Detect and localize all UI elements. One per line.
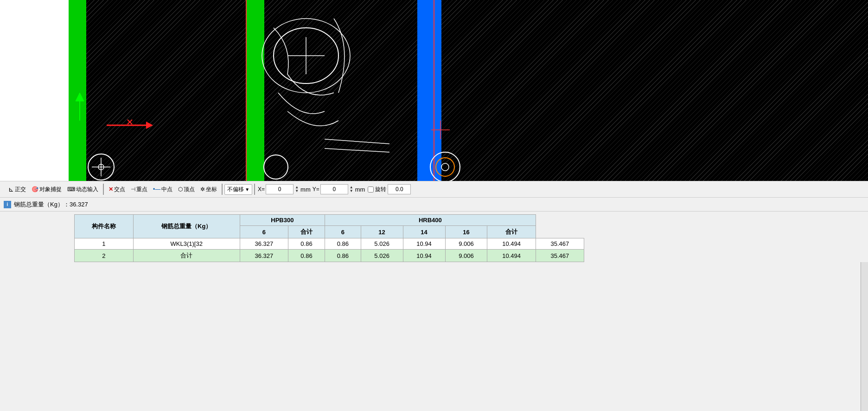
table-container: 构件名称 钢筋总重量（Kg） HPB300 HRB400 6 合计 6 12 1… — [0, 212, 868, 262]
rotate-input[interactable] — [388, 184, 411, 194]
svg-marker-5 — [146, 122, 153, 129]
vertex-label: 顶点 — [184, 186, 195, 193]
separator-1 — [103, 184, 104, 195]
cad-svg-drawing — [0, 0, 868, 181]
y-input[interactable] — [320, 184, 348, 194]
coordinate-button[interactable]: ✲ 坐标 — [198, 184, 220, 195]
col-weight-header: 钢筋总重量（Kg） — [133, 215, 240, 238]
sub-col-hpb300-6: 6 — [240, 226, 288, 238]
object-snap-label: 对象捕捉 — [39, 186, 62, 193]
rotate-checkbox-group: 旋转 — [368, 184, 411, 194]
col-component-header: 构件名称 — [75, 215, 134, 238]
dynamic-input-label: 动态输入 — [76, 186, 98, 193]
snap-icon: 🎯 — [32, 186, 38, 193]
svg-point-18 — [441, 163, 449, 171]
intersection-button[interactable]: ✕ 交点 — [106, 184, 128, 195]
svg-marker-8 — [76, 93, 84, 101]
bottom-area — [0, 262, 868, 411]
svg-point-19 — [436, 158, 454, 176]
orthogonal-label: 正交 — [15, 186, 26, 193]
svg-line-15 — [325, 148, 389, 152]
vertex-button[interactable]: ⬡ 顶点 — [175, 184, 198, 195]
no-shift-dropdown[interactable]: 不偏移 ▼ — [224, 184, 252, 195]
col-hpb300-header: HPB300 — [240, 215, 325, 226]
info-icon: i — [4, 201, 11, 208]
info-bar: i 钢筋总重量（Kg）：36.327 — [0, 198, 868, 212]
x-input-group: X= ▲ ▼ mm — [258, 184, 311, 194]
svg-line-14 — [325, 139, 389, 144]
midpoint-label: 中点 — [161, 186, 172, 193]
coordinate-icon: ✲ — [200, 186, 205, 193]
dropdown-arrow-icon: ▼ — [245, 187, 249, 192]
sub-col-hpb300-total: 合计 — [288, 226, 325, 238]
midweight-label: 重点 — [136, 186, 147, 193]
toolbar: ⊾ 正交 🎯 对象捕捉 ⌨ 动态输入 ✕ 交点 ⊣ 重点 •— 中点 ⬡ 顶点 … — [0, 181, 868, 198]
y-label: Y= — [313, 186, 319, 193]
x-spin[interactable]: ▲ ▼ — [295, 186, 299, 193]
vertex-icon: ⬡ — [178, 186, 183, 193]
midweight-icon: ⊣ — [131, 186, 135, 193]
x-down-arrow[interactable]: ▼ — [295, 189, 299, 193]
midpoint-icon: •— — [153, 186, 160, 193]
rebar-table: 构件名称 钢筋总重量（Kg） HPB300 HRB400 6 合计 6 12 1… — [74, 214, 584, 262]
separator-3 — [254, 184, 255, 195]
coordinate-label: 坐标 — [206, 186, 217, 193]
orthogonal-icon: ⊾ — [8, 186, 14, 193]
rotate-checkbox[interactable] — [368, 186, 374, 193]
no-shift-label: 不偏移 — [227, 186, 244, 193]
sub-col-hrb400-12: 12 — [361, 226, 403, 238]
dynamic-input-button[interactable]: ⌨ 动态输入 — [64, 184, 101, 195]
y-spin[interactable]: ▲ ▼ — [350, 186, 353, 193]
vertical-scrollbar[interactable] — [861, 262, 868, 411]
total-weight-info: 钢筋总重量（Kg）：36.327 — [14, 200, 88, 209]
midweight-button[interactable]: ⊣ 重点 — [128, 184, 150, 195]
sub-col-hrb400-total: 合计 — [487, 226, 536, 238]
sub-col-hrb400-16: 16 — [445, 226, 487, 238]
col-hrb400-header: HRB400 — [325, 215, 536, 226]
sub-col-hrb400-14: 14 — [403, 226, 445, 238]
y-unit: mm — [355, 186, 365, 193]
orthogonal-button[interactable]: ⊾ 正交 — [6, 184, 29, 195]
table-row: 1WKL3(1)[3236.3270.860.865.02610.949.006… — [75, 238, 584, 250]
sub-col-hrb400-6: 6 — [325, 226, 361, 238]
rotate-label: 旋转 — [375, 186, 386, 193]
midpoint-button[interactable]: •— 中点 — [150, 184, 175, 195]
x-label: X= — [258, 186, 265, 193]
svg-point-16 — [264, 155, 288, 179]
x-unit: mm — [300, 186, 311, 193]
y-input-group: Y= ▲ ▼ mm — [313, 184, 365, 194]
dynamic-icon: ⌨ — [67, 186, 75, 193]
table-row: 2合计36.3270.860.865.02610.949.00610.49435… — [75, 250, 584, 262]
cad-canvas — [0, 0, 868, 181]
y-down-arrow[interactable]: ▼ — [350, 189, 353, 193]
x-icon: ✕ — [108, 186, 113, 193]
separator-2 — [222, 184, 223, 195]
x-input[interactable] — [266, 184, 294, 194]
intersection-label: 交点 — [114, 186, 125, 193]
object-snap-button[interactable]: 🎯 对象捕捉 — [29, 184, 64, 195]
